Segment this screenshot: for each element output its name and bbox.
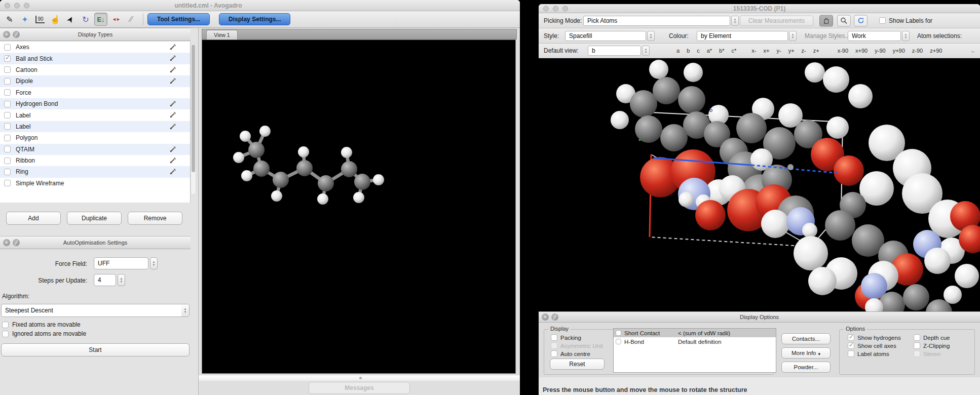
display-type-checkbox[interactable] (4, 123, 11, 130)
dropdown-stepper-icon[interactable]: ▲▼ (642, 46, 650, 56)
display-type-row[interactable]: Ball and Stick (0, 53, 190, 64)
view-preset-button-yp[interactable]: y+ (786, 47, 797, 55)
view-preset-button-bs[interactable]: b* (717, 47, 726, 55)
contacts-button[interactable]: Contacts... (781, 333, 831, 344)
display-type-row[interactable]: Label (0, 121, 190, 132)
detach-panel-icon[interactable]: ╱ (551, 313, 558, 321)
view-preset-button-xp[interactable]: x+ (762, 47, 772, 55)
minimize-window-button[interactable] (14, 3, 20, 8)
autooptimize-tool[interactable]: E↓ (94, 13, 107, 26)
more-infobutton[interactable]: More Info▾ (781, 347, 831, 359)
fixed-atoms-checkbox[interactable]: Fixed atoms are movable (2, 321, 81, 328)
close-panel-icon[interactable]: × (3, 31, 10, 38)
force-field-stepper[interactable]: ▲▼ (150, 257, 158, 269)
force-field-dropdown[interactable]: UFF (94, 257, 148, 269)
back-view-button[interactable]: ← (968, 47, 978, 55)
display-type-row[interactable]: Hydrogen Bond (0, 98, 190, 109)
default-view-dropdown[interactable]: b▲▼ (588, 46, 641, 56)
rotate-tool[interactable]: ↻ (79, 13, 92, 26)
display-type-checkbox[interactable] (4, 180, 11, 186)
display-settings-button[interactable]: Display Settings... (219, 13, 290, 25)
rotate-button[interactable] (854, 15, 868, 26)
steps-input[interactable]: 4 (94, 274, 116, 286)
algorithm-dropdown[interactable]: Steepest Descent (1, 304, 190, 317)
display-type-checkbox[interactable] (4, 135, 11, 141)
dropdown-stepper-icon[interactable]: ▲▼ (647, 31, 655, 41)
tool-settings-button[interactable]: Tool Settings... (147, 13, 210, 25)
view-preset-button-as[interactable]: a* (705, 47, 714, 55)
view-preset-button-ym90[interactable]: y-90 (873, 47, 887, 55)
minimize-window-button[interactable] (553, 6, 558, 11)
ignored-atoms-checkbox[interactable]: Ignored atoms are movable (2, 330, 86, 337)
duplicate-button[interactable]: Duplicate (67, 212, 122, 225)
view-preset-button-c[interactable]: c (695, 47, 702, 55)
close-panel-icon[interactable]: × (542, 313, 549, 321)
view-preset-button-xm[interactable]: x- (749, 47, 758, 55)
style-dropdown[interactable]: Spacefill▲▼ (565, 31, 646, 41)
options-checkbox[interactable]: Show hydrogens (848, 334, 901, 341)
display-type-checkbox[interactable] (4, 146, 11, 152)
display-type-row[interactable]: Label (0, 109, 190, 121)
display-type-row[interactable]: Dipole (0, 75, 190, 87)
zoom-window-button[interactable] (24, 3, 29, 8)
detach-panel-icon[interactable]: ╱ (13, 239, 20, 246)
reset-button[interactable]: Reset (550, 359, 605, 370)
display-type-checkbox[interactable] (4, 78, 11, 85)
view-preset-button-b[interactable]: b (685, 47, 692, 55)
tab-view-1[interactable]: View 1 (206, 30, 238, 40)
options-checkbox[interactable]: Label atoms (848, 350, 889, 357)
wrench-settings-icon[interactable] (169, 66, 177, 75)
wrench-settings-icon[interactable] (169, 111, 177, 120)
dropdown-stepper-icon[interactable]: ▲▼ (731, 16, 739, 26)
avogadro-3d-viewport[interactable] (202, 40, 516, 374)
display-type-row[interactable]: QTAIM (0, 144, 190, 155)
manipulate-tool[interactable]: ☝ (49, 13, 62, 26)
start-button[interactable]: Start (1, 343, 190, 357)
measure-tool[interactable]: 90 (33, 13, 47, 26)
contact-checkbox[interactable] (616, 330, 621, 336)
display-types-scrollbar[interactable] (191, 43, 196, 195)
contact-list-row[interactable]: H-BondDefault definition (614, 337, 776, 346)
view-preset-button-yp90[interactable]: y+90 (891, 47, 907, 55)
wrench-settings-icon[interactable] (169, 100, 177, 109)
picking-mode-dropdown[interactable]: Pick Atoms▲▼ (583, 16, 730, 26)
contact-definition-list[interactable]: Short Contact< (sum of vdW radii)H-BondD… (613, 328, 776, 373)
display-type-checkbox[interactable] (4, 66, 11, 73)
zoom-button[interactable] (837, 15, 851, 26)
display-type-checkbox[interactable] (4, 89, 11, 96)
view-preset-button-zp[interactable]: z+ (811, 47, 821, 55)
view-preset-button-zm[interactable]: z- (800, 47, 808, 55)
mercury-3d-viewport[interactable]: b (539, 58, 980, 311)
display-type-checkbox[interactable] (4, 169, 11, 175)
close-window-button[interactable] (5, 3, 10, 8)
close-window-button[interactable] (543, 6, 549, 11)
display-type-row[interactable]: Simple Wireframe (0, 178, 190, 189)
clear-measurements-button[interactable]: Clear Measurements (740, 15, 813, 26)
display-type-row[interactable]: Force (0, 87, 190, 98)
messages-collapsed-bar[interactable]: Messages (309, 382, 410, 394)
display-type-row[interactable]: Cartoon (0, 64, 190, 75)
close-panel-icon[interactable]: × (3, 239, 10, 246)
display-type-checkbox[interactable] (4, 112, 11, 118)
display-type-row[interactable]: Polygon (0, 132, 190, 143)
steps-stepper[interactable]: ▲▼ (118, 274, 125, 286)
messages-splitter[interactable] (199, 375, 520, 381)
view-preset-button-ym[interactable]: y- (774, 47, 783, 55)
view-preset-button-xm90[interactable]: x-90 (836, 47, 850, 55)
options-checkbox[interactable]: Show cell axes (848, 342, 896, 349)
options-checkbox[interactable]: Depth cue (914, 334, 950, 341)
avogadro-titlebar[interactable]: untitled.cml - Avogadro (0, 0, 520, 11)
contact-list-row[interactable]: Short Contact< (sum of vdW radii) (614, 329, 776, 337)
wrench-settings-icon[interactable] (169, 168, 177, 177)
display-type-checkbox[interactable] (4, 44, 11, 51)
style-set-dropdown[interactable]: Work▲▼ (848, 31, 901, 41)
display-type-checkbox[interactable] (4, 55, 11, 62)
scrollbar-thumb[interactable] (192, 45, 195, 172)
remove-button[interactable]: Remove (128, 212, 182, 225)
zoom-window-button[interactable] (562, 6, 568, 11)
view-preset-button-zp90[interactable]: z+90 (928, 47, 944, 55)
view-preset-button-zm90[interactable]: z-90 (910, 47, 925, 55)
contact-checkbox[interactable] (616, 339, 621, 344)
navigate-tool[interactable]: ✦ (18, 13, 31, 26)
wrench-settings-icon[interactable] (169, 156, 177, 166)
